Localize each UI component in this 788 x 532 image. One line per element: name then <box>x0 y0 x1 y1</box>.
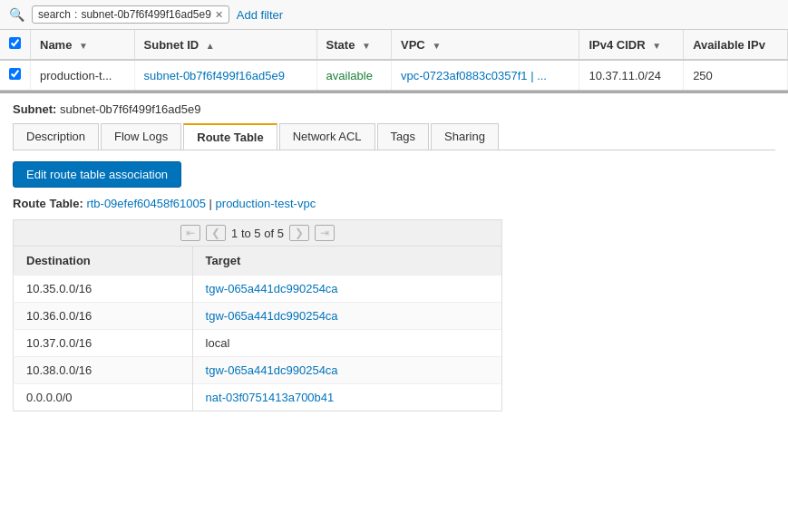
tab-flow-logs[interactable]: Flow Logs <box>101 123 181 150</box>
subnet-id-sort-icon: ▲ <box>206 41 215 51</box>
cell-name: production-t... <box>31 60 135 90</box>
search-tag-value: subnet-0b7f6f499f16ad5e9 <box>81 8 210 21</box>
search-tag-label: search <box>38 8 71 21</box>
route-table-label: Route Table: <box>13 197 83 210</box>
cell-destination: 10.35.0.0/16 <box>14 276 193 303</box>
cell-destination: 0.0.0.0/0 <box>14 384 193 411</box>
route-table-info: Route Table: rtb-09efef60458f61005 | pro… <box>13 197 775 210</box>
route-table-id-link[interactable]: rtb-09efef60458f61005 <box>86 197 206 210</box>
state-sort-icon: ▼ <box>362 41 371 51</box>
table-row: 10.36.0.0/16 tgw-065a441dc990254ca <box>14 303 502 330</box>
pagination-bar: ⇤ ❮ 1 to 5 of 5 ❯ ⇥ <box>13 219 502 246</box>
cell-ipv4-cidr: 10.37.11.0/24 <box>579 60 684 90</box>
search-tag[interactable]: search : subnet-0b7f6f499f16ad5e9 ✕ <box>32 5 229 24</box>
cell-subnet-id: subnet-0b7f6f499f16ad5e9 <box>134 60 316 90</box>
cell-target: tgw-065a441dc990254ca <box>192 303 501 330</box>
target-link[interactable]: nat-03f0751413a700b41 <box>206 391 335 404</box>
pagination-last-button[interactable]: ⇥ <box>315 225 335 241</box>
row-checkbox-cell[interactable] <box>0 60 31 90</box>
col-header-vpc[interactable]: VPC ▼ <box>392 30 579 60</box>
col-header-ipv4-cidr[interactable]: IPv4 CIDR ▼ <box>579 30 684 60</box>
select-all-checkbox[interactable] <box>9 37 21 49</box>
cell-target: nat-03f0751413a700b41 <box>192 384 501 411</box>
cell-target: tgw-065a441dc990254ca <box>192 357 501 384</box>
target-link[interactable]: tgw-065a441dc990254ca <box>206 309 338 323</box>
cell-state: available <box>316 60 391 90</box>
tab-description[interactable]: Description <box>13 123 99 150</box>
ipv4-cidr-sort-icon: ▼ <box>652 41 661 51</box>
search-tag-separator: : <box>74 8 77 21</box>
cell-destination: 10.37.0.0/16 <box>14 330 193 357</box>
target-link[interactable]: tgw-065a441dc990254ca <box>206 363 338 377</box>
table-row: 10.38.0.0/16 tgw-065a441dc990254ca <box>14 357 502 384</box>
row-checkbox[interactable] <box>9 68 21 80</box>
select-all-checkbox-header[interactable] <box>0 30 31 60</box>
routes-table: Destination Target 10.35.0.0/16 tgw-065a… <box>13 246 502 411</box>
cell-target: tgw-065a441dc990254ca <box>192 276 501 303</box>
subnets-table-container: Name ▼ Subnet ID ▲ State ▼ VPC ▼ IPv4 CI… <box>0 30 788 91</box>
col-header-name[interactable]: Name ▼ <box>31 30 135 60</box>
col-header-destination: Destination <box>14 247 193 276</box>
table-row: 0.0.0.0/0 nat-03f0751413a700b41 <box>14 384 502 411</box>
col-header-available-ipv4: Available IPv <box>684 30 788 60</box>
subnets-table: Name ▼ Subnet ID ▲ State ▼ VPC ▼ IPv4 CI… <box>0 30 788 90</box>
col-header-target: Target <box>192 247 501 276</box>
cell-vpc: vpc-0723af0883c0357f1 | ... <box>392 60 579 90</box>
cell-destination: 10.38.0.0/16 <box>14 357 193 384</box>
cell-destination: 10.36.0.0/16 <box>14 303 193 330</box>
name-sort-icon: ▼ <box>79 41 88 51</box>
search-icon: 🔍 <box>9 7 24 22</box>
detail-panel: Subnet: subnet-0b7f6f499f16ad5e9 Descrip… <box>0 91 788 411</box>
status-badge: available <box>326 69 373 82</box>
add-filter-link[interactable]: Add filter <box>237 8 283 22</box>
edit-route-table-button[interactable]: Edit route table association <box>13 161 181 188</box>
pagination-text: 1 to 5 of 5 <box>231 227 284 240</box>
table-row[interactable]: production-t... subnet-0b7f6f499f16ad5e9… <box>0 60 788 90</box>
pagination-first-button[interactable]: ⇤ <box>180 225 200 241</box>
pagination-prev-button[interactable]: ❮ <box>206 225 226 241</box>
route-table-name-link[interactable]: production-test-vpc <box>216 197 316 210</box>
search-bar: 🔍 search : subnet-0b7f6f499f16ad5e9 ✕ Ad… <box>0 0 788 30</box>
tab-route-table[interactable]: Route Table <box>183 123 277 150</box>
vpc-sort-icon: ▼ <box>432 41 441 51</box>
tab-tags[interactable]: Tags <box>377 123 429 150</box>
subnet-detail-key: Subnet: <box>13 102 56 116</box>
col-header-subnet-id[interactable]: Subnet ID ▲ <box>134 30 316 60</box>
pagination-next-button[interactable]: ❯ <box>289 225 309 241</box>
cell-target: local <box>192 330 501 357</box>
subnet-detail-id: subnet-0b7f6f499f16ad5e9 <box>60 102 200 116</box>
vpc-link[interactable]: vpc-0723af0883c0357f1 | ... <box>401 69 547 82</box>
table-row: 10.35.0.0/16 tgw-065a441dc990254ca <box>14 276 502 303</box>
subnet-detail-label: Subnet: subnet-0b7f6f499f16ad5e9 <box>13 102 775 116</box>
table-row: 10.37.0.0/16 local <box>14 330 502 357</box>
target-link[interactable]: tgw-065a441dc990254ca <box>206 282 338 295</box>
detail-tabs: Description Flow Logs Route Table Networ… <box>13 123 775 150</box>
cell-available-ipv4: 250 <box>684 60 788 90</box>
col-header-state[interactable]: State ▼ <box>316 30 391 60</box>
search-tag-close[interactable]: ✕ <box>215 9 223 21</box>
route-table-separator: | <box>209 197 216 210</box>
tab-sharing[interactable]: Sharing <box>431 123 499 150</box>
tab-network-acl[interactable]: Network ACL <box>279 123 375 150</box>
subnet-id-link[interactable]: subnet-0b7f6f499f16ad5e9 <box>144 69 285 82</box>
